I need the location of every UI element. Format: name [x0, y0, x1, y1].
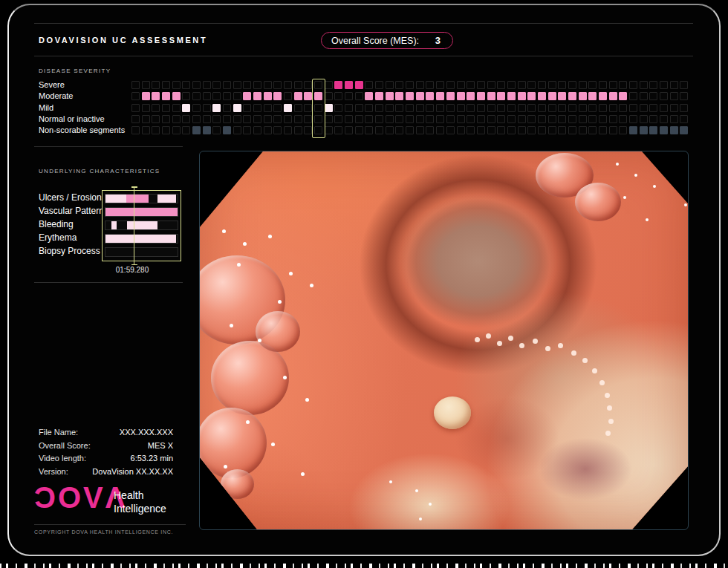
severity-cell[interactable] — [395, 126, 403, 134]
severity-cell[interactable] — [192, 126, 201, 134]
severity-cell[interactable] — [162, 126, 170, 134]
severity-cell[interactable] — [192, 104, 201, 112]
severity-cell[interactable] — [487, 81, 495, 89]
severity-cell[interactable] — [446, 104, 455, 112]
severity-cell[interactable] — [233, 126, 241, 134]
severity-cell[interactable] — [223, 104, 231, 112]
severity-cell[interactable] — [284, 126, 292, 134]
severity-cell[interactable] — [670, 115, 678, 123]
severity-cell[interactable] — [619, 104, 627, 112]
severity-cell[interactable] — [416, 115, 424, 123]
severity-cell[interactable] — [142, 115, 150, 123]
severity-cell[interactable] — [487, 92, 495, 100]
severity-cell[interactable] — [264, 81, 272, 89]
severity-cell[interactable] — [487, 104, 495, 112]
severity-cell[interactable] — [497, 92, 505, 100]
severity-cell[interactable] — [477, 115, 485, 123]
severity-cell[interactable] — [131, 81, 140, 89]
severity-cell[interactable] — [203, 104, 211, 112]
severity-cell[interactable] — [588, 104, 597, 112]
severity-cell[interactable] — [233, 104, 241, 112]
severity-cell[interactable] — [579, 115, 587, 123]
severity-cell[interactable] — [355, 92, 363, 100]
severity-cell[interactable] — [325, 81, 333, 89]
severity-cell[interactable] — [477, 126, 485, 134]
severity-cell[interactable] — [609, 126, 617, 134]
severity-cell[interactable] — [558, 115, 566, 123]
severity-cell[interactable] — [192, 115, 201, 123]
severity-cell[interactable] — [182, 81, 190, 89]
severity-cell[interactable] — [436, 115, 444, 123]
severity-cell[interactable] — [304, 126, 312, 134]
severity-cell[interactable] — [609, 92, 617, 100]
severity-cell[interactable] — [507, 104, 516, 112]
severity-cell[interactable] — [325, 92, 333, 100]
severity-cell[interactable] — [243, 92, 251, 100]
severity-cell[interactable] — [640, 104, 648, 112]
severity-cell[interactable] — [568, 104, 576, 112]
severity-cell[interactable] — [426, 104, 434, 112]
severity-cell[interactable] — [406, 81, 414, 89]
severity-cell[interactable] — [365, 92, 373, 100]
severity-cell[interactable] — [568, 92, 576, 100]
severity-cell[interactable] — [294, 104, 302, 112]
severity-cell[interactable] — [487, 115, 495, 123]
severity-cell[interactable] — [395, 92, 403, 100]
severity-cell[interactable] — [649, 92, 657, 100]
severity-cell[interactable] — [253, 115, 261, 123]
severity-cell[interactable] — [599, 115, 607, 123]
severity-cell[interactable] — [497, 126, 505, 134]
severity-cell[interactable] — [212, 104, 221, 112]
severity-cell[interactable] — [284, 92, 292, 100]
severity-cell[interactable] — [670, 126, 678, 134]
severity-cell[interactable] — [264, 92, 272, 100]
severity-cell[interactable] — [243, 126, 251, 134]
severity-cell[interactable] — [406, 104, 414, 112]
severity-cell[interactable] — [223, 126, 231, 134]
severity-cell[interactable] — [426, 81, 434, 89]
severity-cell[interactable] — [538, 126, 546, 134]
severity-cell[interactable] — [477, 104, 485, 112]
severity-cell[interactable] — [588, 92, 597, 100]
severity-cell[interactable] — [660, 92, 668, 100]
severity-cell[interactable] — [212, 126, 221, 134]
severity-cell[interactable] — [568, 115, 576, 123]
severity-cell[interactable] — [619, 92, 627, 100]
severity-cell[interactable] — [131, 104, 140, 112]
severity-cell[interactable] — [558, 81, 566, 89]
severity-cell[interactable] — [426, 115, 434, 123]
severity-cell[interactable] — [375, 92, 383, 100]
severity-cell[interactable] — [243, 115, 251, 123]
severity-cell[interactable] — [131, 92, 140, 100]
severity-cell[interactable] — [284, 104, 292, 112]
severity-cell[interactable] — [599, 81, 607, 89]
severity-cell[interactable] — [152, 92, 160, 100]
severity-cell[interactable] — [619, 81, 627, 89]
severity-cell[interactable] — [599, 92, 607, 100]
severity-cell[interactable] — [629, 81, 637, 89]
severity-cell[interactable] — [395, 104, 403, 112]
severity-cell[interactable] — [375, 115, 383, 123]
severity-cell[interactable] — [203, 126, 211, 134]
severity-cell[interactable] — [386, 81, 394, 89]
severity-cell[interactable] — [253, 126, 261, 134]
severity-cell[interactable] — [152, 104, 160, 112]
severity-cell[interactable] — [375, 104, 383, 112]
severity-cell[interactable] — [182, 115, 190, 123]
severity-cell[interactable] — [182, 104, 190, 112]
severity-cell[interactable] — [314, 115, 322, 123]
severity-cell[interactable] — [609, 81, 617, 89]
severity-cell[interactable] — [670, 104, 678, 112]
severity-cell[interactable] — [680, 104, 688, 112]
severity-cell[interactable] — [152, 81, 160, 89]
severity-cell[interactable] — [386, 92, 394, 100]
severity-cell[interactable] — [518, 104, 526, 112]
severity-cell[interactable] — [345, 92, 353, 100]
severity-cell[interactable] — [192, 92, 201, 100]
severity-cell[interactable] — [670, 92, 678, 100]
severity-cell[interactable] — [477, 92, 485, 100]
severity-cell[interactable] — [304, 81, 312, 89]
characteristic-track[interactable] — [105, 234, 178, 244]
severity-cell[interactable] — [334, 81, 342, 89]
severity-cell[interactable] — [223, 92, 231, 100]
